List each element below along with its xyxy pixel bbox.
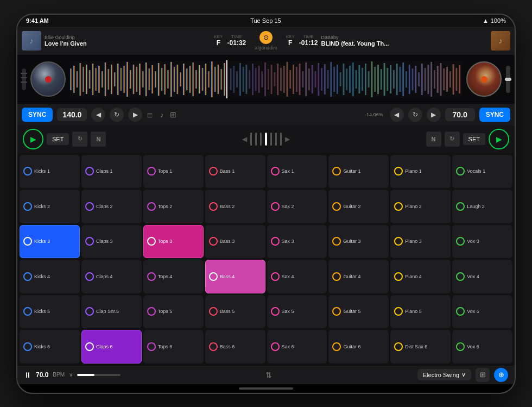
sample-pad[interactable]: Guitar 2	[328, 190, 389, 223]
svg-rect-103	[393, 70, 395, 89]
headphone-button[interactable]: ⊙	[259, 31, 273, 44]
sample-pad[interactable]: Bass 5	[205, 295, 265, 329]
sample-pad[interactable]: Sax 2	[267, 190, 327, 223]
bpm-bottom-value: 70.0	[36, 371, 48, 379]
sample-pad[interactable]: Vocals 1	[452, 155, 512, 189]
sample-pad[interactable]: Sax 4	[267, 260, 327, 293]
repeat-button-left[interactable]: ↻	[72, 132, 87, 147]
sample-pad[interactable]: Bass 3	[205, 225, 265, 259]
sample-pad[interactable]: Dist Sax 6	[390, 330, 451, 364]
sample-pad[interactable]: Piano 1	[390, 155, 451, 189]
cue-left-arrow[interactable]: ◀	[242, 135, 247, 143]
n-button-right[interactable]: N	[426, 132, 441, 147]
sample-pad[interactable]: Bass 6	[205, 330, 265, 364]
sample-grid: Kicks 1Claps 1Tops 1Bass 1Sax 1Guitar 1P…	[17, 153, 515, 366]
vinyl-left[interactable]	[30, 61, 66, 97]
next-btn-left[interactable]: ▶	[128, 108, 142, 122]
sample-pad[interactable]: Guitar 3	[328, 225, 389, 259]
sample-pad[interactable]: Kicks 4	[20, 260, 80, 293]
sample-pad[interactable]: Guitar 1	[328, 155, 389, 189]
sample-pad[interactable]: Piano 5	[390, 295, 451, 329]
cue-right-arrow[interactable]: ▶	[285, 135, 290, 143]
pause-button[interactable]: ⏸	[24, 371, 31, 379]
sample-pad[interactable]: Tops 6	[143, 330, 204, 364]
sample-pad[interactable]: Piano 3	[390, 225, 451, 259]
n-button-left[interactable]: N	[91, 132, 106, 147]
sample-pad[interactable]: Tops 3	[143, 225, 204, 259]
svg-rect-94	[365, 64, 366, 95]
vinyl-right[interactable]	[466, 61, 502, 97]
svg-rect-116	[434, 70, 435, 89]
genre-selector[interactable]: Electro Swing ∨	[417, 369, 471, 380]
sample-pad[interactable]: Claps 3	[81, 225, 142, 259]
sample-pad[interactable]: Kicks 6	[20, 330, 80, 364]
pad-icon	[271, 307, 280, 316]
sample-pad[interactable]: Tops 2	[143, 190, 204, 223]
sample-pad[interactable]: Vox 4	[452, 260, 512, 293]
eq-icon[interactable]: ≣	[147, 110, 153, 119]
grid-icon[interactable]: ⊞	[170, 110, 176, 119]
pad-label: Guitar 2	[343, 204, 360, 209]
svg-rect-10	[102, 71, 103, 87]
sample-pad[interactable]: Sax 3	[267, 225, 327, 259]
svg-rect-57	[249, 70, 250, 89]
svg-rect-78	[315, 71, 316, 87]
sample-pad[interactable]: Kicks 1	[20, 155, 80, 189]
sample-pad[interactable]: Sax 6	[267, 330, 327, 364]
sample-pad[interactable]: Vox 3	[452, 225, 512, 259]
sample-pad[interactable]: Piano 2	[390, 190, 451, 223]
sample-pad[interactable]: Bass 1	[205, 155, 265, 189]
sample-pad[interactable]: Claps 2	[81, 190, 142, 223]
sample-pad[interactable]: Sax 1	[267, 155, 327, 189]
sync-button-left[interactable]: SYNC	[22, 108, 53, 122]
svg-rect-28	[158, 63, 160, 96]
bpm-slider[interactable]	[77, 374, 121, 376]
waveform-canvas[interactable]	[70, 60, 462, 98]
pad-label: Bass 4	[220, 274, 235, 279]
add-button[interactable]: ⊕	[494, 368, 508, 382]
sample-pad[interactable]: Vox 5	[452, 295, 512, 329]
pitch-slider[interactable]	[506, 66, 510, 93]
play-button-right[interactable]: ▶	[489, 129, 509, 149]
sample-pad[interactable]: Piano 4	[390, 260, 451, 293]
pad-label: Vocals 1	[467, 168, 485, 174]
sync-button-right[interactable]: SYNC	[479, 108, 510, 122]
sample-pad[interactable]: Tops 5	[143, 295, 204, 329]
bpm-dropdown-arrow[interactable]: ∨	[69, 372, 73, 378]
sample-pad[interactable]: Laugh 2	[452, 190, 512, 223]
sample-pad[interactable]: Claps 4	[81, 260, 142, 293]
sample-pad[interactable]: Claps 1	[81, 155, 142, 189]
sample-pad[interactable]: Clap Snr.5	[81, 295, 142, 329]
sample-pad[interactable]: Guitar 4	[328, 260, 389, 293]
prev-btn-left[interactable]: ◀	[91, 108, 105, 122]
sample-pad[interactable]: Bass 4	[205, 260, 265, 293]
sample-pad[interactable]: Bass 2	[205, 190, 265, 223]
sample-pad[interactable]: Tops 4	[143, 260, 204, 293]
music-icon[interactable]: ♪	[160, 110, 163, 119]
svg-rect-5	[86, 65, 87, 94]
svg-rect-27	[155, 71, 156, 87]
sample-pad[interactable]: Kicks 2	[20, 190, 80, 223]
prev-btn-right[interactable]: ◀	[390, 108, 404, 122]
sample-pad[interactable]: Kicks 5	[20, 295, 80, 329]
sample-pad[interactable]: Kicks 3	[20, 225, 80, 259]
grid-view-button[interactable]: ⊞	[476, 368, 490, 382]
sample-pad[interactable]: Guitar 5	[328, 295, 389, 329]
sample-pad[interactable]: Vox 6	[452, 330, 512, 364]
set-button-right[interactable]: SET	[463, 133, 485, 145]
sample-pad[interactable]: Tops 1	[143, 155, 204, 189]
status-right: ▲ 100%	[483, 17, 506, 24]
sample-pad[interactable]: Guitar 6	[328, 330, 389, 364]
play-button-left[interactable]: ▶	[23, 129, 43, 149]
mixer-icon[interactable]: ⇅	[265, 371, 272, 379]
home-indicator	[17, 384, 515, 393]
set-button-left[interactable]: SET	[47, 133, 69, 145]
svg-rect-17	[123, 66, 125, 93]
time-value-left: -01:32	[227, 39, 246, 47]
next-btn-right[interactable]: ▶	[427, 108, 441, 122]
loop-btn-right[interactable]: ↻	[408, 108, 422, 122]
repeat-button-right[interactable]: ↻	[445, 132, 460, 147]
loop-btn-left[interactable]: ↻	[110, 108, 124, 122]
sample-pad[interactable]: Claps 6	[81, 330, 142, 364]
sample-pad[interactable]: Sax 5	[267, 295, 327, 329]
